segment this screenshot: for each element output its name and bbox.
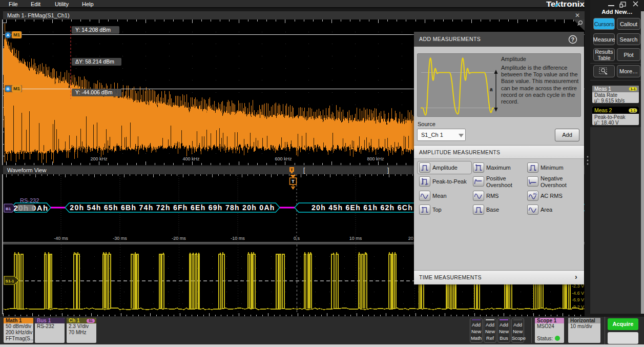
svg-text:?: ? (571, 36, 574, 43)
svg-text:S1-1: S1-1 (6, 279, 14, 283)
svg-text:T: T (290, 168, 293, 172)
svg-text:B1: B1 (6, 207, 11, 211)
svg-text:T: T (292, 178, 295, 184)
svg-text:Tektronix: Tektronix (546, 1, 585, 8)
svg-text:AC: AC (533, 192, 537, 195)
